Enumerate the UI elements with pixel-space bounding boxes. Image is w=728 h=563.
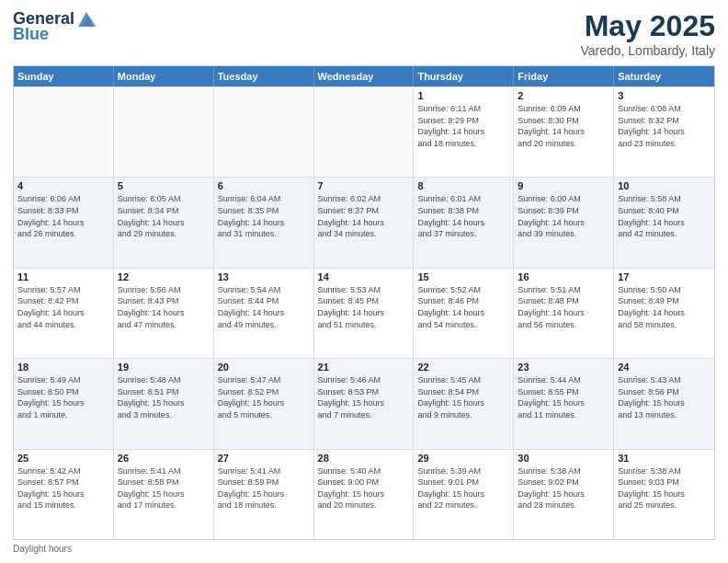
day-number: 10: [618, 180, 711, 191]
day-number: 12: [118, 271, 210, 282]
day-number: 25: [17, 453, 109, 464]
calendar-body: 1Sunrise: 6:11 AM Sunset: 8:29 PM Daylig…: [14, 86, 714, 539]
day-number: 5: [118, 180, 210, 191]
day-number: 16: [518, 271, 609, 282]
day-cell-22: 22Sunrise: 5:45 AM Sunset: 8:54 PM Dayli…: [414, 359, 514, 448]
main-title: May 2025: [580, 9, 715, 43]
empty-cell: [114, 87, 214, 177]
day-info: Sunrise: 6:09 AM Sunset: 8:30 PM Dayligh…: [518, 103, 609, 149]
day-number: 11: [17, 271, 109, 282]
day-cell-2: 2Sunrise: 6:09 AM Sunset: 8:30 PM Daylig…: [514, 87, 614, 177]
day-info: Sunrise: 6:05 AM Sunset: 8:34 PM Dayligh…: [118, 193, 210, 239]
day-number: 18: [17, 362, 109, 373]
day-info: Sunrise: 6:11 AM Sunset: 8:29 PM Dayligh…: [417, 103, 509, 149]
day-number: 23: [518, 362, 609, 373]
day-info: Sunrise: 5:41 AM Sunset: 8:58 PM Dayligh…: [118, 465, 210, 511]
calendar: SundayMondayTuesdayWednesdayThursdayFrid…: [13, 65, 715, 540]
day-number: 13: [218, 271, 310, 282]
day-info: Sunrise: 5:54 AM Sunset: 8:44 PM Dayligh…: [218, 284, 310, 330]
day-cell-20: 20Sunrise: 5:47 AM Sunset: 8:52 PM Dayli…: [214, 359, 314, 448]
header-day-wednesday: Wednesday: [314, 66, 415, 86]
day-info: Sunrise: 5:39 AM Sunset: 9:01 PM Dayligh…: [417, 465, 509, 511]
day-number: 4: [17, 180, 109, 191]
day-cell-26: 26Sunrise: 5:41 AM Sunset: 8:58 PM Dayli…: [114, 450, 214, 539]
day-cell-15: 15Sunrise: 5:52 AM Sunset: 8:46 PM Dayli…: [414, 269, 514, 358]
day-cell-3: 3Sunrise: 6:08 AM Sunset: 8:32 PM Daylig…: [614, 87, 714, 177]
day-cell-10: 10Sunrise: 5:58 AM Sunset: 8:40 PM Dayli…: [614, 178, 714, 267]
logo: General Blue: [13, 9, 97, 44]
day-info: Sunrise: 6:01 AM Sunset: 8:38 PM Dayligh…: [417, 193, 509, 239]
day-info: Sunrise: 6:06 AM Sunset: 8:33 PM Dayligh…: [17, 193, 109, 239]
header-day-tuesday: Tuesday: [214, 66, 314, 86]
day-number: 14: [318, 271, 410, 282]
day-info: Sunrise: 5:41 AM Sunset: 8:59 PM Dayligh…: [218, 465, 310, 511]
day-cell-1: 1Sunrise: 6:11 AM Sunset: 8:29 PM Daylig…: [414, 87, 514, 177]
day-number: 17: [618, 271, 711, 282]
empty-cell: [314, 87, 415, 177]
day-cell-7: 7Sunrise: 6:02 AM Sunset: 8:37 PM Daylig…: [314, 178, 415, 267]
day-number: 15: [417, 271, 509, 282]
header-day-sunday: Sunday: [14, 66, 114, 86]
day-number: 9: [518, 180, 609, 191]
day-info: Sunrise: 5:46 AM Sunset: 8:53 PM Dayligh…: [318, 374, 410, 420]
day-cell-18: 18Sunrise: 5:49 AM Sunset: 8:50 PM Dayli…: [14, 359, 114, 448]
day-cell-12: 12Sunrise: 5:56 AM Sunset: 8:43 PM Dayli…: [114, 269, 214, 358]
day-cell-29: 29Sunrise: 5:39 AM Sunset: 9:01 PM Dayli…: [414, 450, 514, 539]
day-info: Sunrise: 5:49 AM Sunset: 8:50 PM Dayligh…: [17, 374, 109, 420]
day-number: 3: [618, 90, 711, 101]
day-cell-8: 8Sunrise: 6:01 AM Sunset: 8:38 PM Daylig…: [414, 178, 514, 267]
day-info: Sunrise: 5:53 AM Sunset: 8:45 PM Dayligh…: [318, 284, 410, 330]
header-day-friday: Friday: [514, 66, 614, 86]
logo-icon: [76, 10, 97, 29]
calendar-row-2: 11Sunrise: 5:57 AM Sunset: 8:42 PM Dayli…: [14, 268, 714, 358]
day-info: Sunrise: 6:08 AM Sunset: 8:32 PM Dayligh…: [618, 103, 711, 149]
day-info: Sunrise: 5:51 AM Sunset: 8:48 PM Dayligh…: [518, 284, 609, 330]
day-info: Sunrise: 5:42 AM Sunset: 8:57 PM Dayligh…: [17, 465, 109, 511]
day-cell-4: 4Sunrise: 6:06 AM Sunset: 8:33 PM Daylig…: [14, 178, 114, 267]
calendar-row-4: 25Sunrise: 5:42 AM Sunset: 8:57 PM Dayli…: [14, 449, 714, 539]
day-info: Sunrise: 5:44 AM Sunset: 8:55 PM Dayligh…: [518, 374, 609, 420]
day-number: 7: [318, 180, 410, 191]
day-number: 29: [417, 453, 509, 464]
header: General Blue May 2025 Varedo, Lombardy, …: [13, 9, 715, 58]
calendar-row-0: 1Sunrise: 6:11 AM Sunset: 8:29 PM Daylig…: [14, 86, 714, 177]
empty-cell: [14, 87, 114, 177]
day-info: Sunrise: 5:40 AM Sunset: 9:00 PM Dayligh…: [318, 465, 410, 511]
day-number: 21: [318, 362, 410, 373]
day-number: 27: [218, 453, 310, 464]
day-info: Sunrise: 5:38 AM Sunset: 9:02 PM Dayligh…: [518, 465, 609, 511]
day-cell-24: 24Sunrise: 5:43 AM Sunset: 8:56 PM Dayli…: [614, 359, 714, 448]
day-number: 19: [118, 362, 210, 373]
day-cell-16: 16Sunrise: 5:51 AM Sunset: 8:48 PM Dayli…: [514, 269, 614, 358]
page: General Blue May 2025 Varedo, Lombardy, …: [0, 0, 728, 563]
day-number: 26: [118, 453, 210, 464]
day-number: 22: [417, 362, 509, 373]
day-number: 31: [618, 453, 711, 464]
day-cell-23: 23Sunrise: 5:44 AM Sunset: 8:55 PM Dayli…: [514, 359, 614, 448]
day-cell-31: 31Sunrise: 5:38 AM Sunset: 9:03 PM Dayli…: [614, 450, 714, 539]
title-area: May 2025 Varedo, Lombardy, Italy: [580, 9, 715, 58]
day-info: Sunrise: 5:56 AM Sunset: 8:43 PM Dayligh…: [118, 284, 210, 330]
day-info: Sunrise: 6:04 AM Sunset: 8:35 PM Dayligh…: [218, 193, 310, 239]
calendar-header: SundayMondayTuesdayWednesdayThursdayFrid…: [14, 66, 714, 86]
day-cell-27: 27Sunrise: 5:41 AM Sunset: 8:59 PM Dayli…: [214, 450, 314, 539]
day-cell-6: 6Sunrise: 6:04 AM Sunset: 8:35 PM Daylig…: [214, 178, 314, 267]
day-number: 2: [518, 90, 609, 101]
day-info: Sunrise: 5:38 AM Sunset: 9:03 PM Dayligh…: [618, 465, 711, 511]
day-number: 30: [518, 453, 609, 464]
day-cell-28: 28Sunrise: 5:40 AM Sunset: 9:00 PM Dayli…: [314, 450, 415, 539]
day-info: Sunrise: 5:45 AM Sunset: 8:54 PM Dayligh…: [417, 374, 509, 420]
header-day-thursday: Thursday: [414, 66, 514, 86]
calendar-row-3: 18Sunrise: 5:49 AM Sunset: 8:50 PM Dayli…: [14, 358, 714, 448]
day-number: 1: [417, 90, 509, 101]
day-number: 8: [417, 180, 509, 191]
day-info: Sunrise: 6:00 AM Sunset: 8:39 PM Dayligh…: [518, 193, 609, 239]
day-info: Sunrise: 5:47 AM Sunset: 8:52 PM Dayligh…: [218, 374, 310, 420]
day-cell-14: 14Sunrise: 5:53 AM Sunset: 8:45 PM Dayli…: [314, 269, 415, 358]
subtitle: Varedo, Lombardy, Italy: [580, 43, 715, 58]
day-cell-9: 9Sunrise: 6:00 AM Sunset: 8:39 PM Daylig…: [514, 178, 614, 267]
footer-note: Daylight hours: [13, 544, 715, 554]
day-number: 6: [218, 180, 310, 191]
header-day-saturday: Saturday: [614, 66, 714, 86]
logo-blue-text: Blue: [13, 25, 49, 44]
